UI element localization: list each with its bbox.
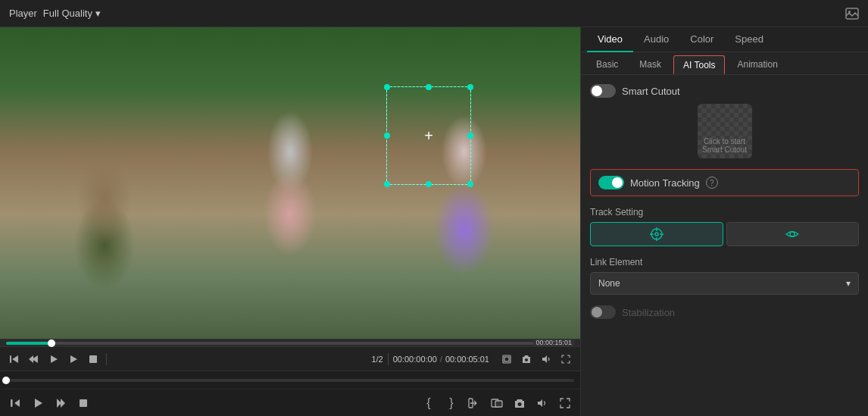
quality-select[interactable]: Full Quality ▾ bbox=[43, 8, 101, 19]
volume-icon bbox=[541, 354, 551, 364]
audio-icon bbox=[536, 397, 548, 409]
step-back-icon bbox=[29, 354, 39, 364]
camera-icon bbox=[521, 354, 532, 364]
sub-tab-nav: Basic Mask AI Tools Animation bbox=[581, 52, 868, 75]
sub-tab-animation[interactable]: Animation bbox=[728, 55, 786, 74]
svg-marker-13 bbox=[14, 399, 20, 407]
video-background: + bbox=[0, 27, 580, 339]
brace-right-button[interactable]: } bbox=[442, 394, 461, 412]
transport-play-icon bbox=[32, 397, 44, 409]
smart-cutout-row: Smart Cutout bbox=[590, 84, 859, 98]
current-time: 00:00:00:00 bbox=[393, 355, 437, 364]
playhead-track[interactable] bbox=[6, 379, 574, 382]
timeline-thumb[interactable] bbox=[48, 339, 55, 347]
motion-tracking-label: Motion Tracking bbox=[630, 177, 700, 189]
brace-left-button[interactable]: { bbox=[420, 394, 438, 412]
stabilization-toggle[interactable] bbox=[590, 305, 616, 319]
insert-button[interactable] bbox=[465, 394, 483, 412]
transport-stop2-button[interactable] bbox=[74, 394, 92, 412]
expand-button[interactable] bbox=[556, 394, 574, 412]
motion-tracking-row: Motion Tracking ? bbox=[598, 176, 851, 189]
playhead-bar bbox=[0, 371, 580, 389]
expand-icon bbox=[559, 397, 571, 409]
sub-tab-aitools[interactable]: AI Tools bbox=[673, 55, 725, 74]
time-slash: / bbox=[440, 355, 442, 364]
track-icon-2 bbox=[785, 227, 800, 242]
right-panel: Video Audio Color Speed Basic Mask AI To… bbox=[580, 27, 868, 416]
track-btn-1[interactable] bbox=[590, 222, 723, 246]
top-bar-left: Player Full Quality ▾ bbox=[9, 8, 101, 19]
brace-left-label: { bbox=[426, 396, 430, 410]
tab-speed[interactable]: Speed bbox=[724, 27, 774, 52]
controls-divider bbox=[106, 353, 107, 365]
audio-button[interactable] bbox=[533, 394, 551, 412]
play-alt-button[interactable] bbox=[65, 351, 82, 368]
timeline-track[interactable] bbox=[6, 342, 574, 345]
link-element-chevron: ▾ bbox=[846, 278, 851, 289]
transport-skip-start-button[interactable] bbox=[6, 394, 24, 412]
track-btn-2[interactable] bbox=[726, 222, 860, 246]
skip-start-icon bbox=[9, 397, 21, 409]
link-element-select[interactable]: None ▾ bbox=[590, 272, 859, 295]
svg-marker-7 bbox=[70, 355, 77, 363]
timeline-progress bbox=[6, 342, 52, 345]
overlay-button[interactable] bbox=[488, 394, 506, 412]
track-setting-section: Track Setting bbox=[590, 207, 859, 246]
svg-rect-10 bbox=[504, 357, 509, 361]
motion-tracking-toggle[interactable] bbox=[598, 176, 624, 189]
smart-cutout-section: Smart Cutout Click to start Smart Cutout bbox=[590, 84, 859, 158]
playhead-thumb[interactable] bbox=[2, 377, 10, 384]
svg-rect-21 bbox=[495, 401, 502, 407]
smart-cutout-label: Smart Cutout bbox=[622, 86, 680, 97]
link-element-section: Link Element None ▾ bbox=[590, 257, 859, 295]
top-bar-right bbox=[845, 7, 859, 20]
motion-tracking-help-icon[interactable]: ? bbox=[706, 177, 718, 189]
svg-rect-2 bbox=[10, 355, 11, 363]
svg-rect-14 bbox=[11, 399, 13, 407]
video-area: + bbox=[0, 27, 580, 339]
sub-tab-mask[interactable]: Mask bbox=[630, 55, 670, 74]
tab-color[interactable]: Color bbox=[679, 27, 724, 52]
svg-point-11 bbox=[525, 358, 528, 361]
smart-cutout-toggle[interactable] bbox=[590, 84, 616, 98]
fraction-label: 1/2 bbox=[371, 355, 382, 364]
smart-cutout-preview-block: Click to start Smart Cutout bbox=[590, 104, 859, 158]
skip-back-button[interactable] bbox=[6, 351, 23, 368]
screenshot-button[interactable] bbox=[518, 351, 535, 368]
step-back-button[interactable] bbox=[26, 351, 42, 368]
stabilization-section: Stabilization bbox=[590, 305, 859, 319]
sub-tab-basic[interactable]: Basic bbox=[587, 55, 627, 74]
stabilization-label: Stabilization bbox=[622, 307, 675, 318]
volume-button[interactable] bbox=[538, 351, 554, 368]
track-setting-label: Track Setting bbox=[590, 207, 859, 217]
tab-video[interactable]: Video bbox=[587, 27, 633, 52]
tab-audio[interactable]: Audio bbox=[633, 27, 679, 52]
main-content: + 00:00:15:01 bbox=[0, 27, 868, 416]
play-forward-button[interactable] bbox=[45, 351, 62, 368]
overlay-icon bbox=[491, 397, 503, 409]
controls-bar: 1/2 00:00:00:00 / 00:00:05:01 bbox=[0, 346, 580, 371]
player-label: Player bbox=[9, 8, 37, 19]
image-icon bbox=[845, 8, 859, 20]
stop-button[interactable] bbox=[85, 351, 101, 368]
fullscreen-button[interactable] bbox=[557, 351, 574, 368]
cutout-preview[interactable]: Click to start Smart Cutout bbox=[698, 104, 752, 158]
transport-stop2-icon bbox=[77, 397, 89, 409]
svg-marker-3 bbox=[12, 355, 18, 363]
video-panel: + 00:00:15:01 bbox=[0, 27, 580, 416]
snapshot-button[interactable] bbox=[510, 394, 529, 412]
cutout-block: Click to start Smart Cutout bbox=[590, 104, 859, 158]
stop-icon bbox=[88, 354, 98, 364]
transport-play-button[interactable] bbox=[29, 394, 47, 412]
frame-icon-button[interactable] bbox=[498, 351, 515, 368]
top-bar: Player Full Quality ▾ bbox=[0, 0, 868, 27]
svg-marker-23 bbox=[538, 399, 542, 407]
transport-play2-button[interactable] bbox=[52, 394, 70, 412]
transport-bar: { } bbox=[0, 389, 580, 416]
svg-rect-8 bbox=[89, 355, 97, 363]
link-element-label: Link Element bbox=[590, 257, 859, 267]
motion-tracking-section: Motion Tracking ? bbox=[590, 169, 859, 196]
timeline-bar: 00:00:15:01 bbox=[0, 339, 580, 346]
skip-back-icon bbox=[9, 354, 20, 364]
svg-marker-12 bbox=[542, 355, 547, 363]
